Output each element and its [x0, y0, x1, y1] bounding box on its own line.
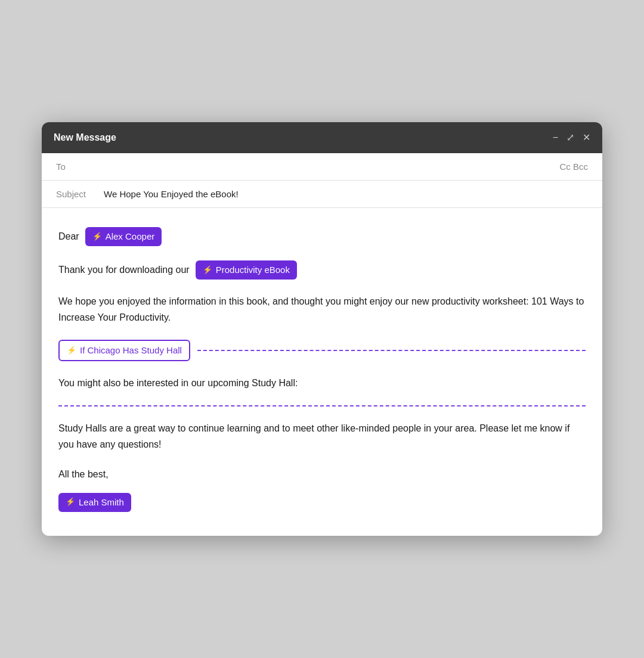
paragraph-1: We hope you enjoyed the information in t…	[58, 294, 586, 325]
to-row: To Cc Bcc	[42, 153, 602, 181]
recipient-tag[interactable]: ⚡ Alex Cooper	[85, 227, 162, 246]
lightning-icon-2: ⚡	[203, 264, 212, 277]
minimize-button[interactable]: −	[553, 133, 558, 142]
recipient-tag-label: Alex Cooper	[106, 229, 155, 244]
paragraph-1-text: We hope you enjoyed the information in t…	[58, 296, 584, 322]
dear-text: Dear	[58, 229, 79, 244]
thank-you-line: Thank you for downloading our ⚡ Producti…	[58, 260, 586, 280]
ebook-tag-label: Productivity eBook	[216, 263, 290, 277]
conditional-row: ⚡ If Chicago Has Study Hall	[58, 340, 586, 361]
modal-title: New Message	[54, 132, 116, 143]
study-hall-intro-text: You might also be interested in our upco…	[58, 378, 298, 388]
window-controls: − ⤢ ✕	[553, 133, 590, 142]
subject-label: Subject	[56, 189, 104, 199]
ebook-tag[interactable]: ⚡ Productivity eBook	[196, 260, 297, 280]
conditional-tag[interactable]: ⚡ If Chicago Has Study Hall	[58, 340, 190, 361]
to-label: To	[56, 162, 92, 172]
study-hall-intro: You might also be interested in our upco…	[58, 375, 586, 391]
sign-off-text: All the best,	[58, 469, 109, 479]
email-body: Dear ⚡ Alex Cooper Thank you for downloa…	[42, 208, 602, 536]
dear-line: Dear ⚡ Alex Cooper	[58, 227, 586, 246]
dashed-line-right	[197, 350, 586, 351]
lightning-icon: ⚡	[92, 231, 102, 243]
study-hall-body: Study Halls are a great way to continue …	[58, 421, 586, 452]
compose-modal: New Message − ⤢ ✕ To Cc Bcc Subject We H…	[42, 122, 602, 536]
modal-header: New Message − ⤢ ✕	[42, 122, 602, 153]
lightning-icon-3: ⚡	[67, 344, 76, 357]
subject-row: Subject We Hope You Enjoyed the eBook!	[42, 181, 602, 208]
close-button[interactable]: ✕	[583, 133, 590, 142]
subject-value[interactable]: We Hope You Enjoyed the eBook!	[104, 189, 239, 199]
expand-button[interactable]: ⤢	[566, 133, 574, 142]
sender-tag[interactable]: ⚡ Leah Smith	[58, 493, 131, 512]
cc-bcc-button[interactable]: Cc Bcc	[559, 162, 588, 172]
sender-tag-label: Leah Smith	[79, 495, 124, 510]
conditional-tag-label: If Chicago Has Study Hall	[80, 343, 182, 358]
lightning-icon-4: ⚡	[66, 496, 75, 508]
study-hall-body-text: Study Halls are a great way to continue …	[58, 423, 569, 449]
dashed-separator	[58, 405, 586, 406]
thank-you-text: Thank you for downloading our	[58, 262, 190, 278]
sign-off: All the best,	[58, 467, 586, 482]
